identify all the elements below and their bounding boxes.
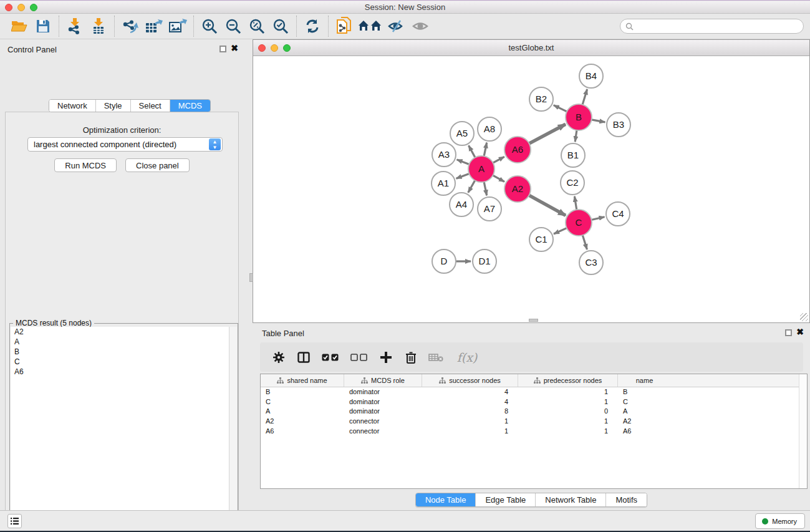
graph-edge-A-A1[interactable]: [456, 173, 470, 178]
zoom-selected-button[interactable]: [269, 16, 292, 37]
tab-edge-table[interactable]: Edge Table: [476, 493, 536, 506]
graph-edge-C-C1[interactable]: [554, 228, 567, 234]
memory-status-icon: [762, 518, 768, 525]
result-item[interactable]: B: [11, 347, 229, 357]
refresh-button[interactable]: [301, 16, 324, 37]
close-panel-button[interactable]: Close panel: [125, 158, 190, 172]
home-network-button[interactable]: [356, 16, 385, 37]
graph-edge-B-B4[interactable]: [582, 89, 587, 105]
network-graph: B4B2BB3A8A5A6A3B1AA1C2A2A4A7C4CC1C3DD1: [253, 57, 809, 322]
graph-edge-A-A3[interactable]: [457, 160, 470, 165]
column-header[interactable]: MCDS role: [344, 374, 422, 387]
graph-edge-A-A2[interactable]: [493, 175, 504, 181]
graph-edge-C-C2[interactable]: [574, 196, 576, 210]
result-item[interactable]: A2: [11, 327, 229, 337]
graph-edge-B-B2[interactable]: [554, 105, 567, 112]
save-session-button[interactable]: [31, 16, 55, 37]
zoom-selected-icon: [272, 18, 289, 34]
table-scrollbar[interactable]: [799, 374, 807, 488]
criterion-dropdown[interactable]: largest connected component (directed) ▲…: [27, 137, 223, 152]
delete-table-button[interactable]: [428, 350, 443, 365]
table-settings-button[interactable]: [271, 350, 286, 365]
search-input[interactable]: [634, 20, 803, 32]
zoom-in-button[interactable]: [198, 16, 221, 37]
select-all-button[interactable]: [321, 350, 340, 365]
gear-icon: [272, 351, 285, 364]
close-table-panel-icon[interactable]: ✖: [796, 327, 804, 336]
result-scrollbar[interactable]: [229, 327, 237, 532]
tab-mcds[interactable]: MCDS: [170, 100, 210, 112]
tab-node-table[interactable]: Node Table: [416, 493, 476, 506]
graph-edge-C-C3[interactable]: [582, 235, 587, 249]
graph-edge-B-B3[interactable]: [592, 120, 605, 122]
table-cell: dominator: [344, 407, 422, 417]
table-row[interactable]: Bdominator41B: [261, 387, 807, 397]
export-image-button[interactable]: [166, 16, 190, 37]
deselect-all-button[interactable]: [350, 350, 369, 365]
memory-button[interactable]: Memory: [755, 513, 805, 529]
show-hidden-button[interactable]: [408, 16, 432, 37]
table-panel-title: Table Panel: [262, 329, 304, 338]
graph-edge-A6-B[interactable]: [529, 124, 566, 143]
float-table-panel-icon[interactable]: [785, 329, 792, 336]
table-row[interactable]: Cdominator41C: [261, 397, 807, 407]
hide-unhide-button[interactable]: [385, 16, 408, 37]
graph-node-label: B: [576, 112, 582, 122]
horizontal-scrollbar-thumb[interactable]: [529, 319, 538, 322]
import-table-button[interactable]: [87, 16, 110, 37]
run-mcds-button[interactable]: Run MCDS: [54, 158, 117, 172]
task-history-button[interactable]: [7, 514, 22, 528]
graph-edge-B-B1[interactable]: [575, 130, 577, 142]
table-row[interactable]: A6connector11A6: [261, 427, 807, 437]
zoom-in-icon: [201, 18, 218, 34]
delete-column-button[interactable]: [403, 350, 418, 365]
mcds-result-list[interactable]: A2ABCA6: [11, 327, 229, 532]
graph-edge-A-A5[interactable]: [469, 145, 475, 157]
graph-edge-A-A6[interactable]: [493, 157, 504, 163]
vertical-scrollbar-thumb[interactable]: [249, 273, 253, 282]
graph-edge-A-A8[interactable]: [484, 143, 486, 157]
show-column-panel-button[interactable]: [296, 350, 311, 365]
cyndex-share-button[interactable]: [332, 16, 356, 37]
tab-select[interactable]: Select: [131, 100, 170, 112]
network-canvas[interactable]: B4B2BB3A8A5A6A3B1AA1C2A2A4A7C4CC1C3DD1: [253, 57, 809, 322]
column-header[interactable]: predecessor nodes: [518, 374, 618, 387]
graph-edge-A-A7[interactable]: [484, 182, 486, 196]
graph-node-label: C2: [566, 177, 578, 188]
table-row[interactable]: Adominator80A: [261, 407, 807, 417]
control-panel: Control Panel ✖ Network Style Select MCD…: [0, 39, 244, 510]
document-share-icon: [336, 17, 352, 36]
table-cell: B: [261, 387, 344, 397]
table-panel: Table Panel ✖: [253, 325, 810, 510]
import-network-button[interactable]: [63, 16, 87, 37]
tab-network-table[interactable]: Network Table: [536, 493, 606, 506]
export-network-button[interactable]: [118, 16, 142, 37]
graph-edge-C-C4[interactable]: [591, 217, 604, 220]
float-panel-icon[interactable]: [219, 46, 226, 52]
tab-network[interactable]: Network: [49, 100, 96, 112]
create-column-button[interactable]: [378, 350, 393, 365]
tab-motifs[interactable]: Motifs: [606, 493, 647, 506]
column-header[interactable]: successor nodes: [422, 374, 518, 387]
column-header[interactable]: name: [618, 374, 671, 387]
function-builder-button[interactable]: f(x): [453, 350, 481, 365]
graph-edge-A2-C[interactable]: [529, 195, 566, 215]
node-table[interactable]: shared nameMCDS rolesuccessor nodesprede…: [260, 374, 808, 489]
open-file-button[interactable]: [7, 16, 31, 37]
table-cell: dominator: [344, 397, 422, 407]
table-row[interactable]: A2connector11A2: [261, 417, 807, 427]
zoom-out-button[interactable]: [221, 16, 245, 37]
result-item[interactable]: C: [11, 357, 229, 367]
result-item[interactable]: A6: [11, 367, 229, 377]
tab-style[interactable]: Style: [96, 100, 131, 112]
column-header[interactable]: shared name: [261, 374, 344, 387]
search-field[interactable]: [620, 19, 804, 34]
graph-edge-A-A4[interactable]: [468, 180, 475, 193]
table-cell: 1: [518, 417, 618, 427]
close-panel-icon[interactable]: ✖: [231, 44, 238, 52]
export-table-button[interactable]: [142, 16, 166, 37]
zoom-fit-button[interactable]: [245, 16, 269, 37]
search-icon: [625, 22, 634, 31]
result-item[interactable]: A: [11, 337, 229, 347]
resize-grip-icon[interactable]: [800, 313, 808, 321]
